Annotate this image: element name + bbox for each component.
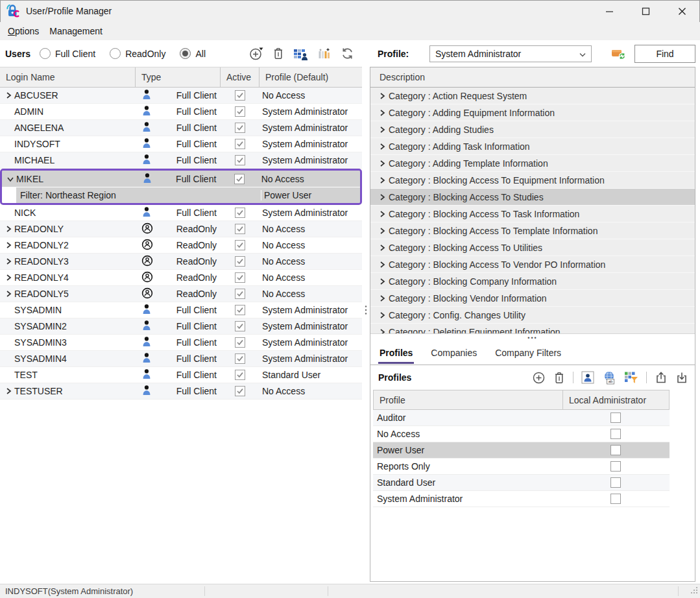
active-checkbox[interactable]	[235, 106, 245, 117]
active-checkbox[interactable]	[235, 289, 245, 299]
user-row[interactable]: ADMINFull ClientSystem Administrator	[0, 104, 362, 120]
active-checkbox[interactable]	[234, 174, 245, 184]
chevron-right-icon[interactable]	[3, 91, 14, 99]
chevron-right-icon[interactable]	[376, 294, 389, 302]
category-row[interactable]: Category : Adding Equipment Information	[370, 104, 695, 121]
local-admin-checkbox[interactable]	[610, 445, 621, 455]
user-row[interactable]: READONLY3ReadOnlyNo Access	[0, 254, 362, 270]
profile-dropdown[interactable]: System Administrator	[429, 45, 592, 62]
chevron-right-icon[interactable]	[3, 387, 14, 395]
profile-row[interactable]: No Access	[373, 426, 670, 442]
add-profile-icon[interactable]	[532, 371, 546, 385]
local-admin-checkbox[interactable]	[610, 413, 621, 423]
user-row[interactable]: SYSADMIN2Full ClientSystem Administrator	[0, 318, 362, 335]
local-admin-checkbox[interactable]	[610, 461, 621, 472]
chevron-right-icon[interactable]	[376, 261, 389, 269]
active-checkbox[interactable]	[235, 240, 245, 250]
category-row[interactable]: Category : Blocking Access To Task Infor…	[370, 206, 695, 222]
user-grid-icon[interactable]	[293, 47, 309, 60]
column-chooser-icon[interactable]	[317, 47, 332, 60]
find-button[interactable]: Find	[634, 45, 695, 63]
user-row[interactable]: READONLY4ReadOnlyNo Access	[0, 270, 362, 286]
user-row[interactable]: MICHAELFull ClientSystem Administrator	[0, 152, 362, 169]
category-row[interactable]: Category : Action Request System	[370, 88, 695, 104]
minimize-button[interactable]	[591, 0, 627, 22]
chevron-right-icon[interactable]	[376, 328, 389, 334]
chevron-right-icon[interactable]	[376, 193, 389, 201]
chevron-right-icon[interactable]	[3, 290, 14, 298]
user-row[interactable]: INDYSOFTFull ClientSystem Administrator	[0, 136, 362, 152]
assign-user-icon[interactable]	[581, 371, 594, 384]
active-checkbox[interactable]	[235, 386, 245, 396]
category-row[interactable]: Category : Blocking Access To Utilities	[370, 239, 695, 256]
filter-radio-readonly[interactable]: ReadOnly	[110, 48, 165, 59]
user-row[interactable]: ANGELENAFull ClientSystem Administrator	[0, 120, 362, 136]
tab-profiles[interactable]: Profiles	[380, 341, 413, 365]
profile-row[interactable]: System Administrator	[373, 491, 670, 507]
user-row[interactable]: SYSADMIN4Full ClientSystem Administrator	[0, 351, 362, 367]
chevron-right-icon[interactable]	[376, 311, 389, 319]
chevron-right-icon[interactable]	[376, 109, 389, 117]
profile-sync-icon[interactable]	[611, 47, 627, 60]
add-user-icon[interactable]	[249, 47, 264, 60]
menu-item-options[interactable]: Options	[3, 25, 44, 38]
user-row[interactable]: SYSADMINFull ClientSystem Administrator	[0, 302, 362, 318]
column-header-profile[interactable]: Profile	[374, 390, 563, 409]
local-admin-checkbox[interactable]	[610, 429, 621, 439]
category-row[interactable]: Category : Blocking Access To Template I…	[370, 222, 695, 239]
tab-company-filters[interactable]: Company Filters	[495, 341, 561, 365]
user-row[interactable]: NICKFull ClientSystem Administrator	[0, 205, 362, 221]
chevron-right-icon[interactable]	[3, 241, 14, 249]
chevron-right-icon[interactable]	[3, 257, 14, 265]
selected-user-group[interactable]: MIKELFull ClientNo AccessFilter: Northea…	[0, 169, 362, 205]
user-row[interactable]: READONLY2ReadOnlyNo Access	[0, 237, 362, 254]
user-row[interactable]: ABCUSERFull ClientNo Access	[0, 88, 362, 104]
user-row[interactable]: TESTUSERFull ClientNo Access	[0, 383, 362, 400]
column-header-login-name[interactable]: Login Name	[0, 67, 136, 87]
category-row[interactable]: Category : Adding Studies	[370, 121, 695, 138]
active-checkbox[interactable]	[235, 208, 245, 218]
user-row[interactable]: TESTFull ClientStandard User	[0, 367, 362, 383]
profile-row[interactable]: Standard User	[373, 475, 670, 491]
category-row[interactable]: Category : Deleting Equipment Informatio…	[370, 324, 695, 333]
delete-user-icon[interactable]	[272, 47, 284, 60]
active-checkbox[interactable]	[235, 305, 245, 315]
active-checkbox[interactable]	[235, 337, 245, 348]
user-filter-subrow[interactable]: Filter: Northeast RegionPower User	[2, 187, 360, 203]
category-row[interactable]: Category : Blocking Access To Studies	[370, 189, 695, 206]
globe-rename-icon[interactable]: ab	[602, 371, 616, 385]
menu-item-management[interactable]: Management	[44, 25, 108, 38]
chevron-right-icon[interactable]	[376, 126, 389, 134]
user-row[interactable]: READONLY5ReadOnlyNo Access	[0, 286, 362, 302]
category-row[interactable]: Category : Config. Changes Utility	[370, 307, 695, 324]
chevron-right-icon[interactable]	[376, 176, 389, 184]
chevron-right-icon[interactable]	[3, 225, 14, 233]
horizontal-splitter[interactable]: •••	[370, 333, 695, 341]
category-row[interactable]: Category : Blocking Access To Equipment …	[370, 172, 695, 189]
active-checkbox[interactable]	[235, 139, 245, 149]
category-row[interactable]: Category : Blocking Access To Vendor PO …	[370, 256, 695, 273]
chevron-right-icon[interactable]	[3, 274, 14, 281]
chevron-right-icon[interactable]	[376, 244, 389, 252]
chevron-right-icon[interactable]	[376, 143, 389, 150]
export-icon[interactable]	[655, 371, 668, 384]
profile-row[interactable]: Power User	[373, 442, 670, 459]
user-row[interactable]: SYSADMIN3Full ClientSystem Administrator	[0, 335, 362, 351]
category-row[interactable]: Category : Adding Task Information	[370, 138, 695, 155]
column-header-local-administrator[interactable]: Local Administrator	[563, 390, 669, 409]
refresh-icon[interactable]	[341, 47, 354, 60]
filter-radio-all[interactable]: All	[180, 48, 206, 59]
active-checkbox[interactable]	[235, 353, 245, 364]
active-checkbox[interactable]	[235, 90, 245, 101]
maximize-button[interactable]	[627, 0, 664, 22]
profile-row[interactable]: Reports Only	[373, 459, 670, 475]
active-checkbox[interactable]	[235, 224, 245, 234]
chevron-right-icon[interactable]	[376, 227, 389, 235]
local-admin-checkbox[interactable]	[610, 477, 621, 488]
import-icon[interactable]	[675, 371, 688, 384]
user-row[interactable]: MIKELFull ClientNo Access	[2, 171, 360, 187]
delete-profile-icon[interactable]	[553, 371, 565, 385]
category-row[interactable]: Category : Blocking Company Information	[370, 273, 695, 290]
profile-row[interactable]: Auditor	[373, 410, 670, 426]
active-checkbox[interactable]	[235, 370, 245, 380]
